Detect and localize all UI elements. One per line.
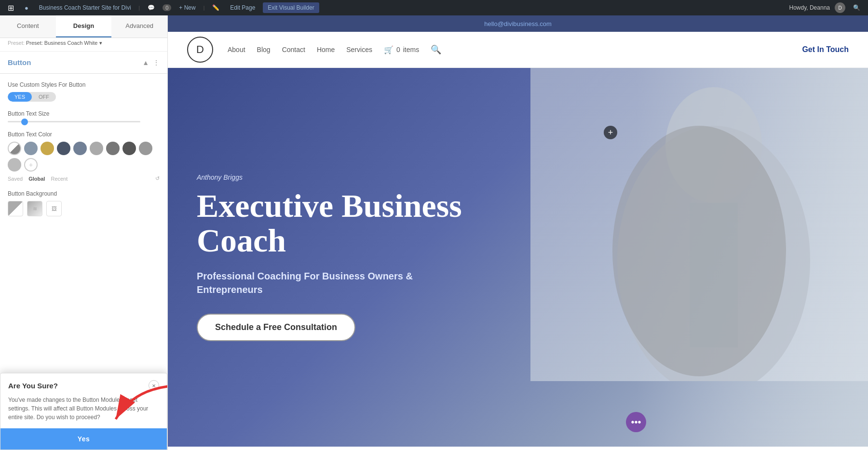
left-panel: Content Design Advanced Preset: Preset: … [0,15,168,450]
color-swatch-blue-gray[interactable] [24,142,38,155]
cart-items-label: items [403,46,419,53]
custom-styles-label: Use Custom Styles For Button [8,81,160,88]
nav-blog[interactable]: Blog [257,46,271,53]
color-swatch-charcoal[interactable] [122,142,136,155]
slider-track [8,121,140,122]
site-logo[interactable]: D [187,37,213,63]
comments-count[interactable]: 0 [163,4,171,11]
user-avatar[interactable]: D [835,2,845,13]
exit-builder-button[interactable]: Exit Visual Builder [263,2,319,13]
hero-title: Executive Business Coach [197,189,476,258]
bg-option-image[interactable]: 🖼 [46,201,62,216]
custom-styles-row: Use Custom Styles For Button YES OFF [8,81,160,102]
color-swatch-dark[interactable] [57,142,70,155]
svg-rect-5 [690,203,738,347]
hero-person-image [482,68,868,447]
collapse-icon[interactable]: ▲ [142,59,149,66]
color-swatch-medium[interactable] [73,142,87,155]
panel-tabs: Content Design Advanced [0,15,167,38]
hero-subtitle: Anthony Briggs [197,173,476,181]
text-size-slider[interactable] [8,121,160,122]
confirm-title: Are You Sure? [8,382,58,390]
wp-site-icon: ● [22,3,31,13]
nav-cart[interactable]: 🛒 0 items [384,45,419,54]
color-swatch-pale-gray[interactable] [8,158,21,172]
section-title: Button [8,58,31,66]
toggle-yes[interactable]: YES [8,92,32,102]
wp-admin-bar: ⊞ ● Business Coach Starter Site for Divi… [0,0,868,15]
site-email-bar: hello@divibusiness.com [168,15,868,32]
saved-preset[interactable]: Saved [8,176,23,182]
admin-search-icon[interactable]: 🔍 [850,3,863,12]
bg-option-color[interactable] [8,201,23,216]
hero-section: Anthony Briggs Executive Business Coach … [168,68,868,447]
toggle-off[interactable]: OFF [32,92,56,102]
new-button[interactable]: + New [176,3,198,12]
tab-design[interactable]: Design [56,15,112,38]
divider2: | [203,5,205,11]
divider: | [139,5,140,11]
nav-cta-button[interactable]: Get In Touch [802,45,849,54]
color-swatches: + [8,142,160,172]
confirm-close-button[interactable]: × [149,380,159,391]
hero-description: Professional Coaching For Business Owner… [197,269,476,296]
bg-options: ≋ 🖼 [8,201,160,216]
reset-icon[interactable]: ↺ [155,175,160,182]
custom-styles-toggle[interactable]: YES OFF [8,92,56,102]
menu-icon[interactable]: ⋮ [153,59,160,66]
panel-header-icons: ▲ ⋮ [142,59,160,66]
main-layout: Content Design Advanced Preset: Preset: … [0,15,868,450]
button-text-color-label: Button Text Color [8,131,160,138]
hero-more-button[interactable]: ••• [626,412,646,432]
confirm-dialog: Are You Sure? × You've made changes to t… [0,373,167,450]
button-background-label: Button Background [8,190,160,197]
button-background-row: Button Background ≋ 🖼 [8,190,160,216]
global-preset[interactable]: Global [28,176,45,182]
nav-home[interactable]: Home [317,46,335,53]
color-swatch-light-gray[interactable] [90,142,103,155]
nav-links: About Blog Contact Home Services 🛒 0 ite… [228,44,787,55]
tab-advanced[interactable]: Advanced [111,15,167,38]
button-text-size-label: Button Text Size [8,110,160,117]
color-swatch-mid-gray[interactable] [139,142,152,155]
nav-about[interactable]: About [228,46,245,53]
preset-name[interactable]: Preset: Business Coach White [26,40,98,46]
preset-label: Preset: Preset: Business Coach White ▾ [0,38,167,52]
panel-header: Button ▲ ⋮ [0,52,167,74]
person-svg [530,68,868,381]
preset-chevron[interactable]: ▾ [99,40,102,46]
hero-add-button[interactable]: + [604,126,617,139]
confirm-dialog-header: Are You Sure? × [0,373,167,396]
hero-cta-button[interactable]: Schedule a Free Consultation [197,314,355,341]
cart-icon: 🛒 [384,45,393,54]
nav-services[interactable]: Services [346,46,372,53]
color-swatch-transparent[interactable]: + [24,158,38,172]
button-text-size-row: Button Text Size [8,110,160,122]
site-nav: D About Blog Contact Home Services 🛒 0 i… [168,32,868,68]
wp-logo-icon[interactable]: ⊞ [5,2,17,13]
slider-thumb[interactable] [21,119,28,125]
confirm-yes-button[interactable]: Yes [0,428,167,450]
comments-icon[interactable]: 💬 [145,3,158,12]
color-swatch-gold[interactable] [41,142,54,155]
site-email-link[interactable]: hello@divibusiness.com [484,20,552,27]
site-name[interactable]: Business Coach Starter Site for Divi [36,3,134,12]
bg-option-gradient[interactable]: ≋ [27,201,42,216]
edit-page-button[interactable]: Edit Page [227,3,258,12]
color-swatch-gradient[interactable] [8,142,21,155]
nav-search-icon[interactable]: 🔍 [431,44,441,55]
button-text-color-row: Button Text Color + [8,131,160,182]
pencil-icon: ✏️ [209,3,222,12]
right-panel: hello@divibusiness.com D About Blog Cont… [168,15,868,450]
howdy-label: Howdy, Deanna [789,4,830,11]
tab-content[interactable]: Content [0,15,56,38]
preset-options-row: Saved Global Recent ↺ [8,175,160,182]
color-swatch-gray[interactable] [106,142,120,155]
nav-contact[interactable]: Contact [282,46,305,53]
hero-content: Anthony Briggs Executive Business Coach … [168,154,505,360]
recent-preset[interactable]: Recent [51,176,68,182]
cart-count: 0 [396,46,400,53]
confirm-body: You've made changes to the Button Module… [0,396,167,428]
